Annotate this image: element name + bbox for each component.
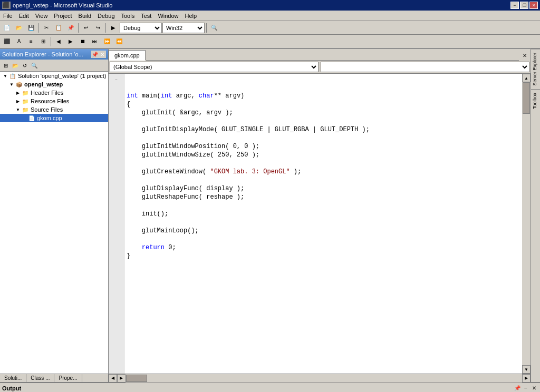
toolbox-tab[interactable]: Toolbox: [531, 89, 540, 112]
se-tb-4[interactable]: 🔍: [30, 61, 39, 70]
scrollbar-thumb-right[interactable]: [523, 82, 530, 114]
code-tab-gkom[interactable]: gkom.cpp: [109, 50, 146, 61]
expand-source[interactable]: ▼: [15, 106, 21, 113]
menu-debug[interactable]: Debug: [94, 11, 118, 21]
tb-save[interactable]: 💾: [25, 23, 37, 33]
code-editor[interactable]: − int main(int argc, char** argv) { glut…: [109, 74, 531, 374]
tab-solution[interactable]: Soluti...: [0, 374, 26, 382]
toolbar-1: 📄 📂 💾 ✂ 📋 📌 ↩ ↪ ▶ Debug Release Win32 x6…: [0, 21, 540, 35]
tb-open[interactable]: 📂: [13, 23, 25, 33]
tb-build[interactable]: ▶: [108, 23, 119, 33]
menu-test[interactable]: Test: [138, 11, 155, 21]
code-scrollbar-bottom: ◀ ▶ ▶: [109, 374, 531, 382]
menu-project[interactable]: Project: [51, 11, 75, 21]
solution-icon: 📋: [8, 72, 17, 80]
expand-solution[interactable]: ▼: [2, 73, 8, 79]
expand-header[interactable]: ▶: [15, 90, 21, 96]
tree-gkom-cpp[interactable]: 📄 gkom.cpp: [0, 114, 108, 122]
close-button[interactable]: ✕: [529, 2, 538, 9]
tb2-6[interactable]: ▶: [65, 36, 76, 47]
scroll-right-btn[interactable]: ▶: [522, 374, 531, 383]
code-content[interactable]: int main(int argc, char** argv) { glutIn…: [124, 74, 522, 374]
scrollbar-thumb-bottom[interactable]: [126, 375, 147, 382]
tree-source-files[interactable]: ▼ 📁 Source Files: [0, 105, 108, 114]
build-config-dropdown[interactable]: Debug Release: [120, 23, 162, 33]
cpp-file-icon: 📄: [27, 114, 36, 122]
code-line-reshapefunc: glutReshapeFunc( reshape );: [127, 193, 244, 201]
code-scrollbar-right[interactable]: ▲ ▼: [522, 74, 531, 374]
menu-tools[interactable]: Tools: [118, 11, 138, 21]
collapse-1[interactable]: −: [113, 76, 120, 84]
tb-copy[interactable]: 📋: [53, 23, 64, 33]
tb-cut[interactable]: ✂: [41, 23, 52, 33]
scroll-track-bottom[interactable]: [126, 374, 522, 383]
folder-icon: 📁: [21, 89, 30, 96]
gkom-cpp-label: gkom.cpp: [37, 115, 62, 121]
tb-sep-4: [206, 23, 207, 33]
menu-edit[interactable]: Edit: [16, 11, 32, 21]
tab-properties[interactable]: Prope...: [54, 374, 82, 382]
scroll-down-btn[interactable]: ▼: [522, 365, 531, 374]
se-tb-1[interactable]: ⊞: [1, 61, 11, 70]
se-tb-3[interactable]: ↺: [20, 61, 30, 70]
project-label: opengl_wstep: [24, 81, 63, 87]
se-close[interactable]: ✕: [99, 51, 106, 58]
tree-header-files[interactable]: ▶ 📁 Header Files: [0, 89, 108, 97]
output-minimize[interactable]: −: [522, 385, 529, 392]
se-tb-2[interactable]: 📂: [11, 61, 20, 70]
tb2-5[interactable]: ◀: [53, 36, 64, 47]
tb-redo[interactable]: ↪: [92, 23, 104, 33]
tb2-8[interactable]: ⏭: [89, 36, 101, 47]
code-tab-label: gkom.cpp: [114, 52, 140, 58]
expand-resource[interactable]: ▶: [15, 98, 21, 104]
tb-find[interactable]: 🔍: [208, 23, 220, 33]
title-bar: ⬛ opengl_wstep - Microsoft Visual Studio…: [0, 0, 540, 11]
scroll-right-btn2[interactable]: ▶: [117, 374, 126, 383]
menu-file[interactable]: File: [0, 11, 16, 21]
tb2-10[interactable]: ⏪: [113, 36, 125, 47]
tree-project[interactable]: ▼ 📦 opengl_wstep: [0, 80, 108, 89]
function-dropdown[interactable]: main: [321, 62, 529, 72]
source-files-label: Source Files: [31, 106, 63, 113]
restore-button[interactable]: ❐: [520, 2, 528, 9]
expand-project[interactable]: ▼: [8, 81, 15, 87]
tree-resource-files[interactable]: ▶ 📁 Resource Files: [0, 97, 108, 105]
server-explorer-tab[interactable]: Server Explorer: [531, 49, 540, 89]
scroll-track-right[interactable]: [522, 82, 531, 365]
code-line-displaymode: glutInitDisplayMode( GLUT_SINGLE | GLUT_…: [127, 126, 370, 133]
tb-sep-2: [78, 23, 79, 33]
code-area: gkom.cpp ✕ (Global Scope) main − int mai…: [109, 49, 531, 382]
menu-bar: File Edit View Project Build Debug Tools…: [0, 11, 540, 21]
se-pin[interactable]: 📌: [91, 51, 99, 58]
scroll-left-btn[interactable]: ◀: [109, 374, 117, 383]
tb2-4[interactable]: ⊞: [37, 36, 49, 47]
scroll-up-btn[interactable]: ▲: [522, 74, 531, 82]
window-controls: − ❐ ✕: [510, 2, 538, 9]
tb2-1[interactable]: ⬛: [1, 36, 13, 47]
se-bottom-tabs: Soluti... Class ... Prope...: [0, 374, 108, 382]
menu-help[interactable]: Help: [182, 11, 200, 21]
tab-class[interactable]: Class ...: [26, 374, 54, 382]
output-close[interactable]: ✕: [531, 385, 538, 392]
tb2-3[interactable]: ≡: [25, 36, 37, 47]
minimize-button[interactable]: −: [510, 2, 519, 9]
code-header: (Global Scope) main: [109, 61, 531, 74]
tb2-9[interactable]: ⏩: [101, 36, 113, 47]
menu-view[interactable]: View: [32, 11, 51, 21]
tb-undo[interactable]: ↩: [80, 23, 92, 33]
menu-window[interactable]: Window: [155, 11, 181, 21]
code-tab-bar: gkom.cpp ✕: [109, 49, 531, 61]
code-line-displayfunc: glutDisplayFunc( display );: [127, 185, 244, 192]
tb2-2[interactable]: A: [13, 36, 25, 47]
platform-dropdown[interactable]: Win32 x64: [162, 23, 205, 33]
menu-build[interactable]: Build: [75, 11, 94, 21]
close-document[interactable]: ✕: [519, 50, 531, 61]
tb2-7[interactable]: ⏹: [77, 36, 89, 47]
output-pin[interactable]: 📌: [514, 385, 521, 392]
tb-paste[interactable]: 📌: [65, 23, 76, 33]
tb-new[interactable]: 📄: [1, 23, 13, 33]
solution-label: Solution 'opengl_wstep' (1 project): [18, 73, 106, 79]
scope-dropdown[interactable]: (Global Scope): [110, 62, 319, 72]
tree-solution[interactable]: ▼ 📋 Solution 'opengl_wstep' (1 project): [0, 72, 108, 80]
project-icon: 📦: [15, 81, 23, 88]
